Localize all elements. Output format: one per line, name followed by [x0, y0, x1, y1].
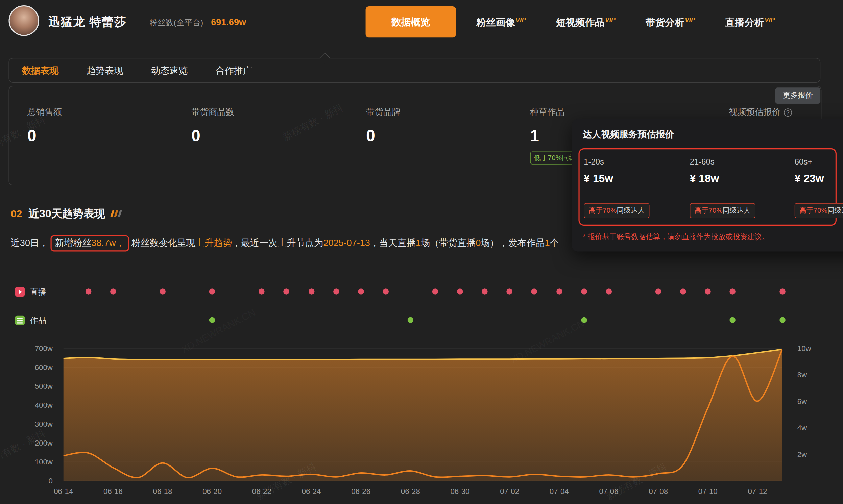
summary-text: 个: [550, 238, 559, 248]
section-header: 02 近30天趋势表现: [11, 206, 121, 221]
nav-label: 直播分析: [725, 17, 764, 28]
svg-text:400w: 400w: [35, 401, 53, 410]
live-marker-dot: [705, 288, 711, 294]
badge-rest: 同级达人: [616, 206, 645, 215]
trend-chart-svg[interactable]: 0100w200w300w400w500w600w700w2w4w6w8w10w…: [0, 333, 843, 503]
live-marker-dot: [581, 288, 587, 294]
trend-summary: 近30日，新增粉丝38.7w，粉丝数变化呈现上升趋势，最近一次上升节点为2025…: [11, 235, 559, 252]
nav-item-带货分析[interactable]: 带货分析VIP: [646, 16, 695, 29]
quote-duration: 1-20s: [584, 157, 613, 166]
summary-text: 1: [416, 238, 421, 248]
account-name: 迅猛龙 特蕾莎: [48, 14, 126, 30]
quote-highlight-box: 1-20s¥ 15w高于70%同级达人21-60s¥ 18w高于70%同级达人6…: [578, 148, 836, 226]
tabbar: 数据表现趋势表现动态速览合作推广: [8, 58, 820, 83]
fans-label: 粉丝数(全平台): [150, 18, 203, 27]
live-marker-dot: [85, 288, 91, 294]
quote-duration: 21-60s: [690, 157, 719, 166]
works-dots-track: [0, 314, 843, 326]
live-marker-dot: [333, 288, 339, 294]
quote-price: ¥ 18w: [690, 173, 719, 185]
peer-compare-badge: 高于70%同级达人: [795, 203, 843, 218]
tab-合作推广[interactable]: 合作推广: [216, 64, 252, 77]
stat-value: 0: [28, 127, 62, 145]
more-quotes-button[interactable]: 更多报价: [775, 88, 821, 104]
svg-text:06-16: 06-16: [103, 487, 123, 496]
header-nav: 粉丝画像VIP短视频作品VIP带货分析VIP直播分析VIP: [476, 0, 775, 45]
svg-text:07-08: 07-08: [649, 487, 668, 496]
quote-col-1: 1-20s¥ 15w高于70%同级达人: [584, 157, 613, 185]
live-marker-dot: [507, 288, 512, 294]
nav-item-短视频作品[interactable]: 短视频作品VIP: [556, 16, 616, 29]
svg-text:06-24: 06-24: [302, 487, 321, 496]
stat-label-text: 视频预估报价: [729, 107, 781, 118]
new-fans-highlight-box: 新增粉丝38.7w，: [50, 235, 129, 252]
avatar[interactable]: [8, 5, 39, 36]
stat-label: 带货品牌: [366, 107, 401, 118]
help-icon[interactable]: [784, 108, 792, 116]
summary-text: 近30日，: [11, 238, 48, 248]
badge-rest: 同级达人: [827, 206, 843, 215]
stat-label: 带货商品数: [191, 107, 234, 118]
works-marker-dot: [581, 317, 587, 323]
tab-动态速览[interactable]: 动态速览: [151, 64, 188, 77]
svg-text:06-18: 06-18: [153, 487, 172, 496]
svg-text:100w: 100w: [35, 458, 53, 466]
svg-text:06-22: 06-22: [252, 487, 271, 496]
svg-text:07-12: 07-12: [748, 487, 767, 496]
svg-text:07-02: 07-02: [500, 487, 519, 496]
summary-text: 0: [476, 238, 481, 248]
quote-col-3: 60s+¥ 23w高于70%同级达人: [795, 157, 824, 185]
quote-popup-title: 达人视频服务预估报价: [583, 128, 674, 141]
svg-text:10w: 10w: [797, 344, 811, 353]
stat-col-3: 带货品牌0: [366, 107, 401, 145]
summary-text: 上升趋势: [195, 238, 232, 248]
nav-label: 短视频作品: [556, 17, 604, 28]
live-marker-dot: [655, 288, 661, 294]
live-marker-row: 直播: [0, 286, 843, 298]
svg-text:06-26: 06-26: [351, 487, 370, 496]
quote-col-2: 21-60s¥ 18w高于70%同级达人: [690, 157, 719, 185]
svg-text:8w: 8w: [797, 371, 807, 379]
fans-value: 691.69w: [211, 17, 246, 28]
summary-text: 场），发布作品: [481, 238, 545, 248]
tab-数据表现[interactable]: 数据表现: [22, 64, 58, 77]
quote-duration: 60s+: [795, 157, 824, 166]
nav-item-粉丝画像[interactable]: 粉丝画像VIP: [476, 16, 526, 29]
badge-highlight: 高于70%: [800, 206, 827, 215]
nav-label: 粉丝画像: [476, 17, 515, 28]
live-dots-track: [0, 286, 843, 298]
fans-total: 粉丝数(全平台) 691.69w: [150, 17, 246, 28]
svg-text:07-04: 07-04: [550, 487, 569, 496]
svg-text:0: 0: [48, 477, 52, 485]
trend-bars-icon: [111, 210, 121, 217]
nav-item-直播分析[interactable]: 直播分析VIP: [725, 16, 775, 29]
stat-label: 总销售额: [28, 107, 62, 118]
summary-text: 38.7w，: [91, 238, 125, 248]
section-title: 近30天趋势表现: [29, 206, 105, 221]
live-marker-dot: [606, 288, 612, 294]
stat-col-5: 视频预估报价: [729, 107, 792, 118]
peer-compare-badge: 高于70%同级达人: [690, 203, 755, 218]
peer-compare-badge: 高于70%同级达人: [584, 203, 649, 218]
section-number: 02: [11, 208, 22, 220]
live-marker-dot: [457, 288, 463, 294]
live-marker-dot: [110, 288, 116, 294]
summary-text: 粉丝数变化呈现: [131, 238, 195, 248]
quote-note: * 报价基于账号数据估算，请勿直接作为投放或投资建议。: [583, 232, 769, 242]
live-marker-dot: [358, 288, 364, 294]
svg-text:06-14: 06-14: [54, 487, 73, 496]
vip-badge: VIP: [765, 16, 775, 24]
stat-label: 视频预估报价: [729, 107, 792, 118]
nav-data-overview-button[interactable]: 数据概览: [366, 6, 456, 37]
svg-text:300w: 300w: [35, 420, 53, 428]
summary-text: ，当天直播: [370, 238, 416, 248]
trend-chart[interactable]: 0100w200w300w400w500w600w700w2w4w6w8w10w…: [0, 333, 843, 503]
summary-text: 新增粉丝: [55, 238, 91, 248]
summary-text: ，最近一次上升节点为: [232, 238, 323, 248]
tab-趋势表现[interactable]: 趋势表现: [87, 64, 123, 77]
works-marker-dot: [730, 317, 736, 323]
summary-text: 场（带货直播: [421, 238, 476, 248]
svg-text:600w: 600w: [35, 363, 53, 372]
live-marker-dot: [259, 288, 265, 294]
badge-rest: 同级达人: [723, 206, 751, 215]
